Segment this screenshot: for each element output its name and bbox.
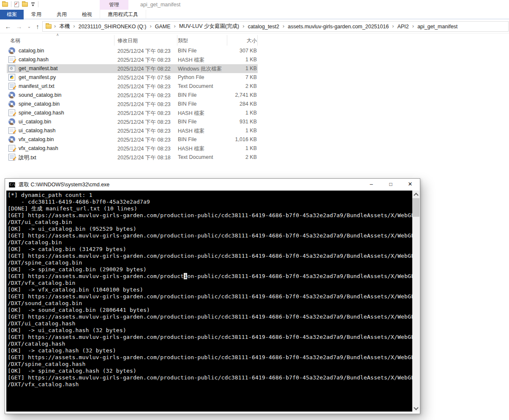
console-line: [GET] https://assets.muvluv-girls-garden…	[8, 273, 412, 280]
breadcrumb-item[interactable]: GAME	[153, 24, 172, 30]
console-line: [OK] -> vfx_catalog.bin (1040100 bytes)	[8, 286, 412, 293]
breadcrumb-chevron-icon[interactable]: ›	[71, 23, 76, 30]
file-row[interactable]: spine_catalog.bin 2025/12/24 下午 08:23 BI…	[0, 100, 509, 109]
breadcrumb-chevron-icon[interactable]: ›	[52, 23, 57, 30]
console-line: /DXT/ui_catalog.hash	[8, 320, 412, 327]
file-name: ui_catalog.bin	[19, 119, 51, 125]
tab-常用[interactable]: 常用	[24, 10, 49, 19]
console-line: [GET] https://assets.muvluv-girls-garden…	[8, 354, 412, 361]
cmd-window: 選取 C:\WINDOWS\system32\cmd.exe – □ ✕ [*]…	[5, 178, 420, 414]
breadcrumb-chevron-icon[interactable]: ›	[411, 23, 416, 30]
breadcrumb-item[interactable]: MUV-LUV 少女庭園(完成)	[177, 23, 241, 30]
column-headers: ∧ 名稱 修改日期 類型 大小	[0, 33, 509, 46]
file-row[interactable]: sound_catalog.bin 2025/12/24 下午 08:23 BI…	[0, 91, 509, 100]
scrollbar-thumb[interactable]	[412, 198, 419, 217]
forward-button[interactable]: →	[14, 22, 24, 31]
new-folder-icon[interactable]	[22, 2, 28, 7]
bin-file-icon	[8, 118, 15, 125]
breadcrumb-chevron-icon[interactable]: ›	[148, 23, 153, 30]
column-header-type[interactable]: 類型	[178, 37, 188, 44]
column-divider[interactable]	[114, 35, 114, 46]
file-type: BIN File	[178, 92, 196, 98]
column-header-name[interactable]: 名稱	[10, 37, 20, 44]
contextual-tab-group-label: 管理	[100, 0, 128, 10]
file-size: 7 KB	[227, 74, 257, 80]
screen: 管理 api_get_manifest 檔案常用共用檢視應用程式工具 ← → ⌄…	[0, 0, 509, 420]
toolbar-divider	[11, 1, 11, 7]
file-row[interactable]: get_manifest.py 2025/12/24 下午 07:58 Pyth…	[0, 73, 509, 82]
quick-access-toolbar	[2, 1, 38, 7]
breadcrumb-item[interactable]: 本機	[57, 23, 71, 30]
file-type: HASH 檔案	[178, 145, 204, 153]
column-header-date[interactable]: 修改日期	[117, 37, 138, 44]
file-name: 說明.txt	[19, 154, 36, 161]
console-scrollbar[interactable]	[412, 191, 419, 412]
file-row[interactable]: 說明.txt 2025/12/24 下午 08:18 Text Document…	[0, 153, 509, 162]
file-name: manifest_url.txt	[19, 83, 54, 89]
file-size: 1,016 KB	[227, 136, 257, 142]
console-output[interactable]: [*] dynamic_path count: 1 - cdc38111-641…	[6, 191, 412, 412]
file-row[interactable]: ui_catalog.bin 2025/12/24 下午 08:23 BIN F…	[0, 117, 509, 126]
bat-file-icon	[8, 65, 15, 72]
console-line: /DXT/spine_catalog.bin	[8, 259, 412, 266]
breadcrumb-chevron-icon[interactable]: ›	[281, 23, 286, 30]
ribbon-tabs: 檔案常用共用檢視應用程式工具	[0, 10, 509, 19]
file-type: Text Document	[178, 83, 213, 89]
breadcrumb-item[interactable]: catalog_test2	[246, 24, 281, 30]
file-row[interactable]: get_manifest.bat 2025/12/24 下午 08:22 Win…	[0, 64, 509, 73]
recent-locations-icon[interactable]: ⌄	[24, 22, 34, 31]
file-name: ui_catalog.hash	[19, 128, 56, 134]
qat-dropdown-icon[interactable]	[31, 2, 35, 6]
file-row[interactable]: catalog.hash 2025/12/24 下午 08:23 HASH 檔案…	[0, 55, 509, 64]
cmd-window-title: 選取 C:\WINDOWS\system32\cmd.exe	[19, 181, 362, 188]
breadcrumb-chevron-icon[interactable]: ›	[172, 23, 177, 30]
up-button[interactable]: ↑	[33, 22, 42, 31]
scroll-up-icon[interactable]	[412, 191, 419, 198]
file-date-modified: 2025/12/24 下午 08:18	[117, 154, 171, 161]
tab-檢視[interactable]: 檢視	[74, 10, 100, 19]
breadcrumb-item[interactable]: assets.muvluv-girls-garden.com_20251016	[286, 24, 390, 30]
console-line: /DXT/vfx_catalog.bin	[8, 280, 412, 286]
maximize-button[interactable]: □	[381, 179, 400, 191]
properties-icon[interactable]	[14, 2, 19, 7]
address-bar[interactable]: ›本機›20231110_SHIRONEKO (Q:)›GAME›MUV-LUV…	[42, 21, 509, 32]
breadcrumb-chevron-icon[interactable]: ›	[241, 23, 246, 30]
breadcrumb-item[interactable]: api_get_manifest	[416, 24, 459, 30]
file-row[interactable]: vfx_catalog.hash 2025/12/24 下午 08:23 HAS…	[0, 144, 509, 153]
location-folder-icon	[46, 24, 52, 29]
toolbar-divider	[38, 1, 38, 7]
breadcrumb-item[interactable]: 20231110_SHIRONEKO (Q:)	[77, 24, 148, 30]
file-type: BIN File	[178, 136, 196, 142]
file-row[interactable]: vfx_catalog.bin 2025/12/24 下午 08:23 BIN …	[0, 135, 509, 144]
back-button[interactable]: ←	[3, 22, 13, 31]
scroll-down-icon[interactable]	[412, 404, 419, 412]
console-line: [OK] -> sound_catalog.bin (2806441 bytes…	[8, 307, 412, 314]
console-line: [GET] https://assets.muvluv-girls-garden…	[8, 374, 412, 381]
minimize-button[interactable]: –	[362, 179, 381, 191]
file-date-modified: 2025/12/24 下午 08:23	[117, 128, 171, 135]
py-file-icon	[8, 74, 15, 81]
file-row[interactable]: ui_catalog.hash 2025/12/24 下午 08:23 HASH…	[0, 126, 509, 135]
breadcrumb-chevron-icon[interactable]: ›	[390, 23, 395, 30]
column-divider[interactable]	[177, 35, 177, 46]
cmd-titlebar[interactable]: 選取 C:\WINDOWS\system32\cmd.exe – □ ✕	[5, 179, 420, 191]
breadcrumb-item[interactable]: API2	[396, 24, 411, 30]
file-size: 1 KB	[227, 128, 257, 134]
column-header-size[interactable]: 大小	[227, 37, 257, 44]
file-name: sound_catalog.bin	[19, 92, 61, 98]
file-name: vfx_catalog.bin	[19, 136, 54, 142]
close-button[interactable]: ✕	[400, 179, 420, 191]
file-explorer-window: 管理 api_get_manifest 檔案常用共用檢視應用程式工具 ← → ⌄…	[0, 0, 509, 169]
bin-file-icon	[8, 136, 15, 143]
file-type: HASH 檔案	[178, 110, 204, 117]
file-row[interactable]: spine_catalog.hash 2025/12/24 下午 08:23 H…	[0, 109, 509, 117]
file-row[interactable]: catalog.bin 2025/12/24 下午 08:23 BIN File…	[0, 46, 509, 55]
tab-應用程式工具[interactable]: 應用程式工具	[100, 10, 146, 19]
tab-檔案[interactable]: 檔案	[0, 10, 24, 19]
console-line: [*] dynamic_path count: 1	[8, 192, 412, 199]
console-line: [DONE] 生成 manifest_url.txt (10 lines)	[8, 205, 412, 212]
file-row[interactable]: manifest_url.txt 2025/12/24 下午 08:23 Tex…	[0, 82, 509, 91]
tab-共用[interactable]: 共用	[49, 10, 74, 19]
column-divider[interactable]	[257, 35, 258, 46]
column-divider[interactable]	[227, 35, 227, 46]
